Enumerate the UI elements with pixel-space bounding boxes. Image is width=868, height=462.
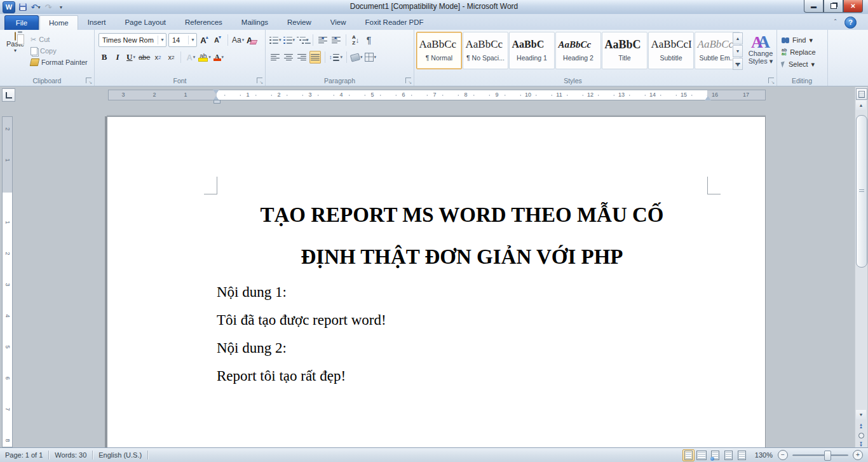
underline-button[interactable]: U▾ [125,51,137,64]
justify-button[interactable] [309,51,321,64]
zoom-out-button[interactable]: − [778,450,788,460]
font-size-caret-icon[interactable]: ▼ [188,36,195,44]
align-right-button[interactable] [296,51,308,64]
style-title[interactable]: AaBbCTitle [602,32,648,69]
web-layout-view-button[interactable] [709,449,721,461]
copy-button[interactable]: Copy [31,45,88,57]
tab-foxit-reader-pdf[interactable]: Foxit Reader PDF [355,15,433,30]
style-no-spacing[interactable]: AaBbCc¶ No Spaci... [463,32,508,69]
italic-button[interactable]: I [112,51,123,64]
font-color-button[interactable]: A▾ [213,51,224,64]
line-spacing-button[interactable]: ↕▾ [329,51,342,64]
doc-paragraph[interactable]: Report tôi tạo rất đẹp! [217,363,707,390]
find-button[interactable]: Find▾ [782,34,813,46]
shading-button[interactable]: ▾ [351,51,363,64]
highlight-caret-icon[interactable]: ▾ [208,55,211,60]
v-ruler[interactable]: 2112345678 [2,116,13,447]
draft-view-button[interactable] [736,449,748,461]
align-center-button[interactable] [283,51,294,64]
paragraph-dialog-launcher[interactable] [405,78,411,83]
first-line-indent-marker[interactable] [213,90,219,94]
numbering-button[interactable]: ▾ [283,34,295,46]
show-hide-paragraph-button[interactable]: ¶ [363,34,375,46]
undo-button[interactable]: ↶▾ [31,2,41,13]
zoom-in-button[interactable]: + [853,450,863,460]
line-spacing-caret-icon[interactable]: ▾ [341,55,343,60]
style-normal[interactable]: AaBbCc¶ Normal [416,32,462,69]
style-subtitle[interactable]: AaBbCcISubtitle [648,32,694,69]
shading-caret-icon[interactable]: ▾ [360,55,363,60]
redo-button[interactable]: ↷ [43,2,53,13]
paste-caret-icon[interactable]: ▾ [4,48,27,53]
select-caret-icon[interactable]: ▾ [811,60,815,69]
save-button[interactable] [18,2,28,13]
text-effects-button[interactable]: A▾ [185,51,196,64]
tab-review[interactable]: Review [278,15,321,30]
find-caret-icon[interactable]: ▾ [809,36,813,44]
styles-dialog-launcher[interactable] [768,78,774,83]
minimize-ribbon-button[interactable]: ⌃ [831,18,840,27]
print-layout-view-button[interactable] [682,449,695,461]
doc-paragraph[interactable]: Tôi đã tạo được report word! [217,307,707,334]
select-browse-object-button[interactable] [856,431,866,440]
right-indent-marker[interactable] [705,96,711,100]
change-styles-button[interactable]: AA Change Styles ▾ [745,32,776,74]
tab-stop-selector[interactable] [2,88,15,102]
shrink-font-button[interactable]: A▾ [212,34,224,46]
zoom-slider-thumb[interactable] [824,451,831,461]
cut-button[interactable]: ✂Cut [31,34,88,45]
minimize-button[interactable]: ▬ [804,0,824,13]
gallery-scroll-up-button[interactable]: ▲ [733,32,743,44]
document-text-area[interactable]: TẠO REPORT MS WORD THEO MẪU CỐ ĐỊNH THẬT… [217,194,707,390]
borders-caret-icon[interactable]: ▾ [374,55,377,60]
font-family-combo[interactable]: Times New Rom▼ [98,33,166,47]
left-indent-marker[interactable] [214,100,220,104]
style-heading-1[interactable]: AaBbCHeading 1 [509,32,555,69]
bullets-button[interactable]: ▾ [269,34,281,46]
style-heading-2[interactable]: AaBbCcHeading 2 [555,32,601,69]
multilevel-list-button[interactable]: ▾ [297,34,309,46]
scrollbar-thumb[interactable] [856,115,867,268]
subscript-button[interactable]: x2 [152,51,163,64]
tab-view[interactable]: View [321,15,356,30]
document-page[interactable]: TẠO REPORT MS WORD THEO MẪU CỐ ĐỊNH THẬT… [107,116,766,448]
doc-paragraph[interactable]: Nội dung 2: [217,335,707,362]
doc-paragraph[interactable]: Nội dung 1: [217,279,707,306]
underline-caret-icon[interactable]: ▾ [133,55,135,60]
format-painter-button[interactable]: Format Painter [31,57,88,68]
word-logo-icon[interactable]: W [3,1,15,13]
language-indicator[interactable]: English (U.S.) [98,451,142,459]
tab-file[interactable]: File [4,15,39,31]
select-button[interactable]: Select▾ [782,58,815,70]
sort-button[interactable]: AZ↓ [350,34,362,46]
bold-button[interactable]: B [98,51,110,64]
close-button[interactable]: ✕ [843,0,863,13]
gallery-more-button[interactable]: ▬▼ [733,58,743,70]
bullets-caret-icon[interactable]: ▾ [279,37,281,43]
tab-page-layout[interactable]: Page Layout [115,15,175,30]
help-icon[interactable]: ? [844,17,857,29]
gallery-scroll-down-button[interactable]: ▼ [733,45,743,57]
paste-button[interactable]: Paste ▾ [4,32,27,53]
decrease-indent-button[interactable]: ◂ [317,34,329,46]
scroll-down-button[interactable]: ▼ [856,410,866,419]
scroll-up-button[interactable]: ▲ [856,100,866,110]
replace-button[interactable]: abacReplace [782,46,816,58]
tab-mailings[interactable]: Mailings [232,15,278,30]
increase-indent-button[interactable]: ▸ [330,34,342,46]
tab-references[interactable]: References [175,15,232,30]
numbering-caret-icon[interactable]: ▾ [293,37,295,43]
borders-button[interactable]: ▾ [365,51,377,64]
font-family-caret-icon[interactable]: ▼ [158,36,165,44]
multilevel-caret-icon[interactable]: ▾ [306,37,309,43]
outline-view-button[interactable] [722,449,735,461]
change-case-button[interactable]: Aa▾ [232,34,244,46]
font-dialog-launcher[interactable] [257,78,262,83]
grow-font-button[interactable]: A▴ [199,34,210,46]
restore-button[interactable] [824,0,843,13]
font-size-combo[interactable]: 14▼ [168,33,197,47]
tab-home[interactable]: Home [39,15,78,30]
zoom-level[interactable]: 130% [755,451,773,459]
zoom-slider[interactable] [792,454,848,456]
doc-title-line[interactable]: ĐỊNH THẬT ĐƠN GIẢN VỚI PHP [217,236,707,278]
